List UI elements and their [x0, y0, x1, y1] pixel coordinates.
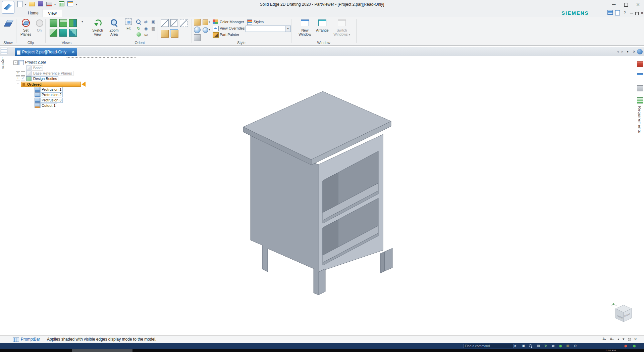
design-bodies-expander[interactable]: + [16, 77, 20, 81]
maximize-button[interactable] [620, 0, 632, 9]
table-panel-icon[interactable] [637, 97, 643, 103]
document-tab[interactable]: Project 2.par][Read-Only × [15, 48, 77, 56]
pan-tool-icon[interactable]: ⇄ [550, 344, 556, 348]
screen-capture-icon[interactable]: ▣ [521, 344, 527, 348]
expand-button[interactable]: ▾ [623, 337, 625, 341]
brp-checkbox[interactable] [21, 71, 25, 76]
view-orientation-cube[interactable]: FRONT RIGHT [609, 302, 639, 330]
part-painter-button[interactable]: Part Painter [220, 33, 239, 37]
font-increase-button[interactable]: A▴ [602, 337, 606, 341]
toolbox-icon[interactable] [637, 61, 643, 67]
refresh-icon[interactable]: ↻ [543, 344, 549, 348]
hidden-edges-style-button[interactable] [180, 19, 186, 26]
app-logo[interactable] [2, 1, 14, 14]
color-manager-button[interactable]: Color Manager [220, 20, 244, 24]
base-checkbox[interactable] [21, 66, 25, 70]
minimize-button[interactable]: — [608, 0, 620, 9]
texture-button[interactable] [203, 19, 209, 26]
design-bodies-checkbox[interactable]: ✓ [21, 77, 25, 81]
inner-separator [158, 20, 158, 41]
ordered-expander[interactable]: − [16, 82, 20, 86]
sync-icon[interactable] [637, 49, 643, 54]
collapse-button[interactable]: ▴ [618, 337, 620, 341]
views-dropdown[interactable]: ▾ [82, 20, 83, 23]
view-overrides-button[interactable]: View Overrides [220, 26, 245, 30]
fit-button[interactable]: Fit [123, 18, 134, 30]
close-button[interactable]: × [632, 0, 644, 9]
zoom-tool-icon[interactable] [528, 344, 534, 348]
styles-button[interactable]: Styles [254, 20, 264, 24]
view-top-button[interactable] [59, 19, 67, 27]
taskbar-app-segment[interactable] [72, 349, 132, 352]
pan-button[interactable]: ⇄ [143, 19, 149, 25]
sheet-icon [615, 10, 620, 15]
view-right-button[interactable] [69, 19, 77, 27]
help-button[interactable]: ? [622, 10, 628, 16]
prompt-close-icon[interactable]: × [634, 337, 637, 341]
zoom-area-button[interactable]: Zoom Area [107, 18, 121, 36]
window-panel-icon[interactable] [637, 73, 643, 79]
zoom-button[interactable] [136, 19, 142, 25]
root-expander[interactable]: − [13, 60, 18, 65]
document-node-icon [18, 60, 24, 65]
sheet-view-button[interactable] [614, 10, 621, 16]
model-viewport[interactable]: FRONT RIGHT [0, 56, 644, 335]
tab-scroll-forward-button[interactable]: ▸ [622, 49, 624, 54]
layers-tab[interactable]: Layers [1, 56, 5, 70]
doc-close-button[interactable]: × [639, 10, 644, 16]
combo-dropdown-icon[interactable]: ▾ [285, 26, 290, 32]
gray-panel-icon[interactable] [637, 85, 643, 91]
set-planes-button[interactable]: Set Planes [17, 18, 34, 36]
style-combo[interactable]: ▾ [246, 26, 291, 32]
online-status-icon[interactable]: ● [631, 344, 637, 348]
command-bar-button[interactable] [607, 10, 613, 16]
reflection-button[interactable] [203, 27, 209, 34]
requirements-tab[interactable]: Requirements [638, 106, 642, 133]
view-iso-button[interactable] [50, 29, 57, 37]
layers-pane-icon[interactable] [1, 48, 7, 54]
document-tab-close-icon[interactable]: × [72, 48, 75, 56]
sheet-options-icon[interactable]: ▥ [565, 344, 571, 348]
shaded-visible-edges-style-button[interactable] [170, 30, 178, 37]
brp-expander[interactable]: + [16, 71, 20, 76]
shaded-style-button[interactable] [161, 30, 168, 37]
tab-view[interactable]: View [43, 9, 62, 17]
spin-sphere-button[interactable] [136, 32, 142, 38]
reflection-dropdown[interactable]: ▾ [209, 28, 210, 31]
tab-home[interactable]: Home [24, 9, 43, 17]
arrange-button[interactable]: Arrange [315, 18, 330, 32]
new-window-button[interactable]: New Window [297, 18, 313, 36]
rotate-button[interactable]: ↻ [136, 26, 142, 32]
look-at-button[interactable]: ◉ [143, 26, 149, 32]
ordered-group-bar[interactable]: Ordered [21, 82, 81, 87]
sphere-style-button[interactable] [194, 27, 201, 33]
visible-edges-style-button[interactable] [170, 19, 177, 26]
view-back-button[interactable] [69, 29, 77, 37]
show-button[interactable] [2, 18, 15, 28]
texture-dropdown[interactable]: ▾ [209, 20, 210, 24]
pathfinder-splitter[interactable] [66, 57, 136, 59]
find-send-icon[interactable]: ▶ [513, 344, 519, 348]
gray-style-button[interactable] [194, 34, 201, 41]
tab-bar-close-button[interactable]: × [633, 49, 636, 54]
view-overrides-icon [213, 26, 219, 31]
record-icon[interactable]: ● [623, 344, 629, 348]
zoom-out-icon[interactable]: ⊖ [572, 344, 578, 348]
sketch-view-button[interactable]: Sketch View [90, 18, 105, 36]
send-view-button[interactable]: ✉ [143, 32, 149, 38]
pin-icon[interactable] [628, 338, 631, 342]
status-green-dot-icon[interactable]: ● [557, 344, 564, 348]
solid-edge-swoosh-icon [4, 4, 12, 10]
nightstand-model[interactable] [0, 56, 644, 335]
font-decrease-button[interactable]: A▾ [610, 337, 614, 341]
view-face-button[interactable]: ▣ [150, 19, 156, 25]
face-style-button[interactable] [194, 19, 201, 26]
tab-scroll-back-button[interactable]: ◂ [617, 49, 619, 54]
find-command-input[interactable] [463, 344, 514, 348]
grid-options-button[interactable]: ▦ [150, 26, 156, 32]
wireframe-style-button[interactable] [161, 19, 168, 26]
view-front-button[interactable] [50, 19, 57, 27]
tab-list-dropdown[interactable]: ▾ [627, 50, 629, 53]
view-left-button[interactable] [59, 29, 67, 37]
zoom-fit-icon[interactable]: ▤ [535, 344, 541, 348]
